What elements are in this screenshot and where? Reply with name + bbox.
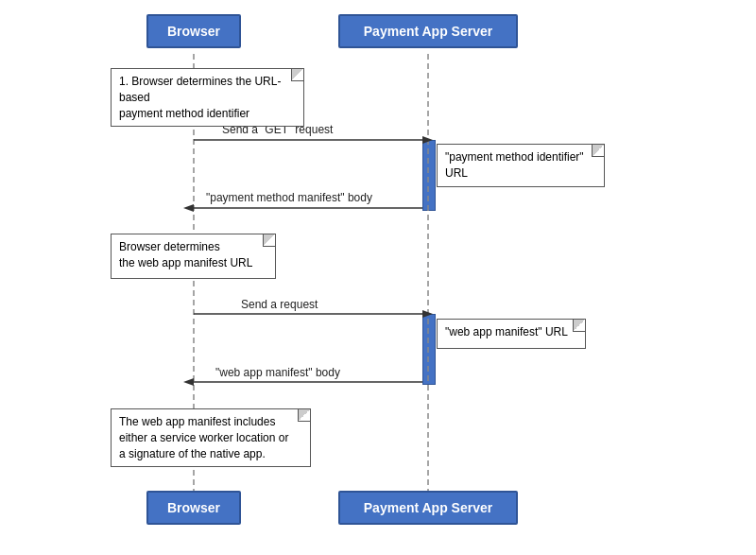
- note-2: Browser determines the web app manifest …: [111, 234, 276, 279]
- server-lifeline-bottom: Payment App Server: [338, 491, 518, 525]
- activation-box-1: [422, 140, 436, 211]
- note-3: The web app manifest includes either a s…: [111, 408, 311, 467]
- server-note-2: "web app manifest" URL: [437, 319, 586, 349]
- svg-marker-5: [183, 204, 194, 212]
- note-1: 1. Browser determines the URL-based paym…: [111, 68, 304, 127]
- activation-box-2: [422, 314, 436, 385]
- server-note-1: "payment method identifier" URL: [437, 144, 605, 187]
- server-lifeline-top: Payment App Server: [338, 14, 518, 48]
- svg-marker-9: [183, 378, 194, 386]
- sequence-diagram: Browser Payment App Server Browser Payme…: [0, 0, 756, 555]
- browser-lifeline-bottom: Browser: [146, 491, 241, 525]
- msg4-label: "web app manifest" body: [215, 366, 340, 379]
- browser-lifeline-top: Browser: [146, 14, 241, 48]
- msg3-label: Send a request: [241, 298, 318, 311]
- msg2-label: "payment method manifest" body: [206, 191, 372, 204]
